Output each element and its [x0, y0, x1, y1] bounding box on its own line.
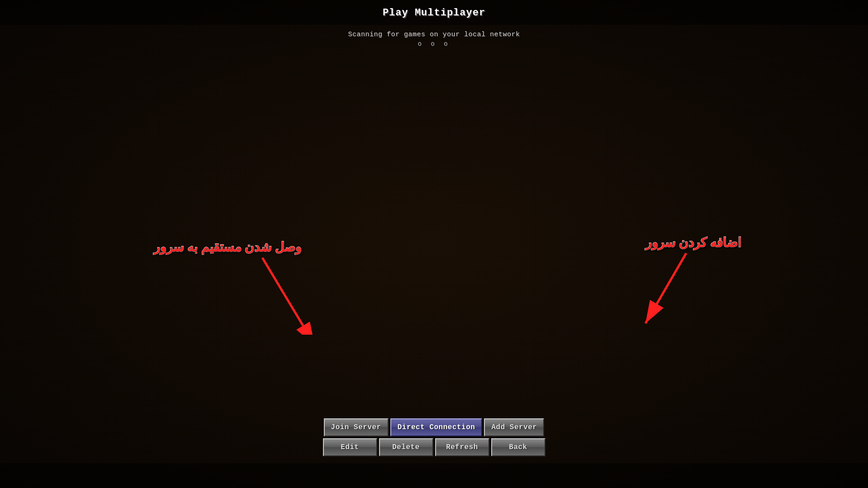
refresh-button[interactable]: Refresh [435, 438, 489, 456]
edit-button[interactable]: Edit [323, 438, 377, 456]
button-row-2: Edit Delete Refresh Back [323, 438, 545, 456]
annotation-left-text: وصل شدن مستقيم به سرور [154, 240, 302, 254]
scanning-dots: o o o [348, 40, 520, 47]
join-server-button[interactable]: Join Server [324, 418, 389, 436]
annotation-right: اضافه كردن سرور [645, 235, 741, 250]
arrow-right [632, 249, 695, 339]
button-row-1: Join Server Direct Connection Add Server [324, 418, 545, 436]
page-title: Play Multiplayer [383, 7, 485, 19]
annotation-right-text: اضافه كردن سرور [645, 236, 741, 250]
direct-connection-button[interactable]: Direct Connection [390, 418, 483, 436]
svg-line-1 [262, 258, 303, 326]
annotation-left: وصل شدن مستقيم به سرور [154, 240, 302, 255]
delete-button[interactable]: Delete [379, 438, 433, 456]
add-server-button[interactable]: Add Server [484, 418, 544, 436]
arrow-left [258, 253, 321, 335]
button-area: Join Server Direct Connection Add Server… [323, 418, 545, 456]
scanning-text: Scanning for games on your local network… [348, 31, 520, 47]
back-button[interactable]: Back [491, 438, 545, 456]
svg-line-3 [645, 253, 686, 323]
bottom-bar [0, 463, 868, 488]
